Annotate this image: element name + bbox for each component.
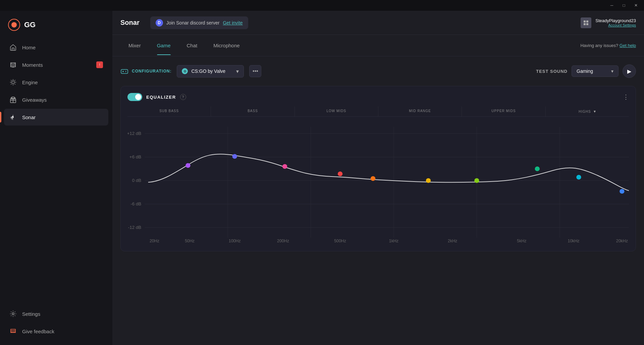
- sonar-icon: [9, 113, 17, 121]
- band-upper-mids: UPPER MIDS: [462, 106, 545, 116]
- test-sound-label: TEST SOUND: [536, 69, 568, 74]
- discord-icon: D: [156, 19, 163, 27]
- help-link[interactable]: Get help: [620, 43, 636, 48]
- eq-node-6[interactable]: [426, 178, 431, 183]
- discord-invite-link[interactable]: Get invite: [223, 20, 243, 26]
- band-sub-bass: SUB BASS: [127, 106, 211, 116]
- moments-badge: !: [96, 61, 103, 68]
- svg-text:-12 dB: -12 dB: [128, 225, 142, 230]
- eq-bands-header: SUB BASS BASS LOW MIDS MID RANGE UPPER M…: [127, 106, 629, 117]
- sidebar-item-moments[interactable]: Moments !: [4, 56, 108, 73]
- eq-node-3[interactable]: [282, 164, 287, 169]
- main-content: Sonar D Join Sonar discord server Get in…: [112, 11, 644, 345]
- config-dropdown-chevron: ▾: [236, 68, 239, 75]
- eq-node-7[interactable]: [474, 178, 479, 183]
- discord-banner: D Join Sonar discord server Get invite: [150, 16, 248, 29]
- svg-rect-10: [586, 23, 588, 25]
- test-sound-section: TEST SOUND Gaming ▾ ▶: [536, 64, 636, 78]
- svg-text:+6 dB: +6 dB: [129, 154, 142, 159]
- svg-point-2: [12, 81, 14, 84]
- sidebar-item-home[interactable]: Home: [4, 39, 108, 56]
- svg-text:500Hz: 500Hz: [334, 239, 346, 243]
- maximize-button[interactable]: □: [619, 2, 629, 9]
- tab-game[interactable]: Game: [149, 36, 179, 55]
- sidebar-item-feedback-label: Give feedback: [22, 329, 54, 334]
- eq-node-10[interactable]: [620, 189, 624, 194]
- content-area: CONFIGURATION: ⚙ CS:GO by Valve ▾ ••• TE…: [112, 56, 644, 345]
- close-button[interactable]: ✕: [631, 2, 641, 9]
- discord-text: Join Sonar discord server: [166, 20, 220, 26]
- eq-node-8[interactable]: [535, 166, 540, 171]
- sidebar-item-settings[interactable]: Settings: [4, 305, 108, 322]
- sidebar-bottom: Settings Give feedback: [0, 305, 112, 340]
- tabs-bar: Mixer Game Chat Microphone Having any is…: [112, 35, 644, 56]
- config-select-text: CS:GO by Valve: [191, 68, 233, 74]
- tab-microphone[interactable]: Microphone: [205, 36, 248, 55]
- eq-node-5[interactable]: [371, 176, 375, 181]
- sidebar-item-giveaways[interactable]: Giveaways: [4, 91, 108, 108]
- account-name: SteadyPlayground23: [595, 18, 636, 23]
- svg-point-1: [11, 22, 17, 28]
- eq-more-button[interactable]: ⋮: [623, 93, 629, 101]
- account-info: SteadyPlayground23 Account Settings: [595, 18, 636, 27]
- sidebar-item-engine-label: Engine: [22, 80, 38, 85]
- svg-text:20Hz: 20Hz: [150, 239, 159, 243]
- eq-node-1[interactable]: [185, 163, 190, 168]
- moments-icon: [9, 61, 17, 68]
- eq-help-icon[interactable]: ?: [180, 94, 186, 100]
- svg-point-6: [12, 313, 14, 315]
- controller-icon: [120, 67, 128, 75]
- topbar: Sonar D Join Sonar discord server Get in…: [112, 11, 644, 35]
- svg-text:0 dB: 0 dB: [132, 178, 142, 183]
- svg-text:5kHz: 5kHz: [517, 239, 526, 243]
- svg-rect-9: [584, 23, 586, 25]
- tab-mixer[interactable]: Mixer: [120, 36, 149, 55]
- toggle-knob: [135, 94, 141, 100]
- config-label-text: CONFIGURATION:: [132, 69, 171, 73]
- svg-text:2kHz: 2kHz: [448, 239, 457, 243]
- engine-icon: [9, 79, 17, 86]
- sidebar-item-feedback[interactable]: Give feedback: [4, 323, 108, 340]
- account-settings-link[interactable]: Account Settings: [595, 23, 636, 27]
- settings-icon: [9, 310, 17, 317]
- minimize-button[interactable]: ─: [606, 2, 617, 9]
- giveaways-icon: [9, 96, 17, 103]
- topbar-right: SteadyPlayground23 Account Settings: [581, 17, 636, 28]
- svg-text:+12 dB: +12 dB: [127, 131, 141, 136]
- band-mid-range: MID RANGE: [378, 106, 462, 116]
- config-more-button[interactable]: •••: [249, 65, 261, 77]
- eq-svg: +12 dB +6 dB 0 dB -6 dB -12 dB: [127, 117, 629, 244]
- eq-toggle[interactable]: [127, 93, 142, 101]
- eq-title-row: EQUALIZER ?: [127, 93, 186, 101]
- test-sound-select[interactable]: Gaming ▾: [572, 65, 619, 77]
- eq-node-2[interactable]: [232, 154, 237, 159]
- feedback-icon: [9, 328, 17, 335]
- steelseries-icon: [8, 19, 20, 31]
- page-title: Sonar: [120, 19, 140, 27]
- config-game-icon: ⚙: [182, 68, 188, 74]
- svg-text:10kHz: 10kHz: [568, 239, 580, 243]
- svg-text:20kHz: 20kHz: [616, 239, 628, 243]
- svg-rect-7: [584, 20, 586, 22]
- svg-text:100Hz: 100Hz: [229, 239, 241, 243]
- svg-text:200Hz: 200Hz: [277, 239, 289, 243]
- band-highs: HIGHS ▾: [546, 106, 629, 116]
- sidebar-item-home-label: Home: [22, 45, 36, 50]
- eq-header: EQUALIZER ? ⋮: [127, 93, 629, 101]
- home-icon: [9, 44, 17, 51]
- play-button[interactable]: ▶: [623, 64, 636, 78]
- eq-node-9[interactable]: [576, 175, 581, 180]
- eq-graph: +12 dB +6 dB 0 dB -6 dB -12 dB: [127, 117, 629, 244]
- tab-chat[interactable]: Chat: [179, 36, 206, 55]
- svg-rect-8: [586, 20, 588, 22]
- svg-text:1kHz: 1kHz: [389, 239, 398, 243]
- account-icon: [581, 17, 591, 28]
- sidebar-item-sonar[interactable]: Sonar: [4, 109, 108, 126]
- band-low-mids: LOW MIDS: [295, 106, 378, 116]
- svg-text:-6 dB: -6 dB: [130, 201, 141, 206]
- sidebar-item-engine[interactable]: Engine: [4, 74, 108, 91]
- eq-node-4[interactable]: [338, 171, 342, 176]
- sidebar-item-settings-label: Settings: [22, 311, 40, 317]
- band-bass: BASS: [211, 106, 294, 116]
- config-select[interactable]: ⚙ CS:GO by Valve ▾: [177, 65, 244, 78]
